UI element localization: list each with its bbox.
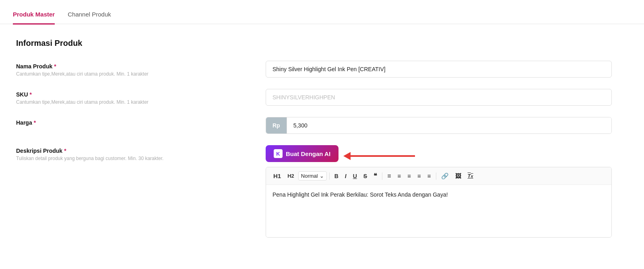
deskripsi-input-col: K Buat Dengan AI H1 H2 Normal ⌄ bbox=[266, 145, 612, 238]
nama-produk-label: Nama Produk * bbox=[16, 63, 266, 70]
quote-button[interactable]: ❝ bbox=[371, 170, 380, 181]
rte-content[interactable]: Pena Highlight Gel Ink Perak Berkilau: S… bbox=[266, 185, 611, 237]
toolbar-divider-2 bbox=[382, 172, 382, 180]
deskripsi-label-col: Deskripsi Produk * Tuliskan detail produ… bbox=[16, 145, 266, 161]
ai-button-row: K Buat Dengan AI bbox=[266, 145, 612, 167]
bullet-list-button[interactable]: ≡ bbox=[405, 171, 413, 181]
image-button[interactable]: 🖼 bbox=[453, 171, 464, 181]
toolbar-divider-1 bbox=[329, 172, 330, 180]
price-input[interactable] bbox=[287, 117, 611, 133]
nama-produk-input-col bbox=[266, 61, 612, 78]
nama-produk-input[interactable] bbox=[266, 61, 612, 78]
ai-btn-label: Buat Dengan AI bbox=[286, 150, 330, 157]
sku-hint: Cantumkan tipe,Merek,atau ciri utama pro… bbox=[16, 99, 266, 105]
toolbar-divider-3 bbox=[436, 172, 436, 180]
link-button[interactable]: 🔗 bbox=[439, 171, 451, 181]
deskripsi-label: Deskripsi Produk * bbox=[16, 148, 266, 154]
strikethrough-button[interactable]: S bbox=[361, 171, 369, 181]
sku-required: * bbox=[30, 91, 32, 98]
price-prefix: Rp bbox=[266, 117, 287, 133]
clear-format-button[interactable]: Tx bbox=[465, 171, 476, 181]
price-input-wrapper: Rp bbox=[266, 117, 612, 134]
paragraph-style-chevron-icon: ⌄ bbox=[320, 173, 324, 179]
deskripsi-required: * bbox=[64, 148, 66, 154]
heading2-button[interactable]: H2 bbox=[285, 171, 297, 181]
nama-produk-required: * bbox=[54, 63, 56, 70]
arrow-annotation bbox=[343, 152, 415, 160]
paragraph-style-select[interactable]: Normal ⌄ bbox=[298, 171, 327, 181]
main-content: Informasi Produk Nama Produk * Cantumkan… bbox=[0, 24, 628, 259]
heading1-button[interactable]: H1 bbox=[271, 171, 283, 181]
ordered-list-button[interactable]: ≡ bbox=[395, 171, 404, 181]
italic-button[interactable]: I bbox=[343, 171, 349, 181]
arrow-head-icon bbox=[343, 152, 351, 160]
harga-label: Harga * bbox=[16, 119, 266, 126]
sku-row: SKU * Cantumkan tipe,Merek,atau ciri uta… bbox=[16, 89, 612, 106]
sku-input-col bbox=[266, 89, 612, 106]
harga-input-col: Rp bbox=[266, 117, 612, 134]
sku-input[interactable] bbox=[266, 89, 612, 106]
bold-button[interactable]: B bbox=[332, 171, 341, 181]
harga-row: Harga * Rp bbox=[16, 117, 612, 134]
deskripsi-row: Deskripsi Produk * Tuliskan detail produ… bbox=[16, 145, 612, 238]
harga-required: * bbox=[34, 119, 36, 126]
nama-produk-hint: Cantumkan tipe,Merek,atau ciri utama pro… bbox=[16, 71, 266, 77]
arrow-line bbox=[351, 155, 415, 157]
tab-channel-produk[interactable]: Channel Produk bbox=[68, 11, 111, 25]
ai-button[interactable]: K Buat Dengan AI bbox=[266, 145, 339, 162]
indent-increase-button[interactable]: ≡ bbox=[415, 171, 423, 181]
align-center-button[interactable]: ≡ bbox=[385, 171, 393, 181]
section-title: Informasi Produk bbox=[16, 39, 612, 48]
rte-toolbar: H1 H2 Normal ⌄ B I U S ❝ ≡ ≡ ≡ ≡ bbox=[266, 167, 611, 185]
nama-produk-row: Nama Produk * Cantumkan tipe,Merek,atau … bbox=[16, 61, 612, 78]
underline-button[interactable]: U bbox=[351, 171, 359, 181]
deskripsi-hint: Tuliskan detail produk yang berguna bagi… bbox=[16, 156, 266, 161]
harga-label-col: Harga * bbox=[16, 117, 266, 126]
indent-decrease-button[interactable]: ≡ bbox=[425, 171, 433, 181]
rich-text-editor: H1 H2 Normal ⌄ B I U S ❝ ≡ ≡ ≡ ≡ bbox=[266, 167, 612, 238]
tab-produk-master[interactable]: Produk Master bbox=[13, 11, 55, 25]
paragraph-style-label: Normal bbox=[301, 173, 318, 179]
nama-produk-label-col: Nama Produk * Cantumkan tipe,Merek,atau … bbox=[16, 61, 266, 77]
tab-bar: Produk Master Channel Produk bbox=[0, 0, 644, 24]
sku-label-col: SKU * Cantumkan tipe,Merek,atau ciri uta… bbox=[16, 89, 266, 105]
sku-label: SKU * bbox=[16, 91, 266, 98]
ai-btn-icon: K bbox=[274, 149, 283, 158]
